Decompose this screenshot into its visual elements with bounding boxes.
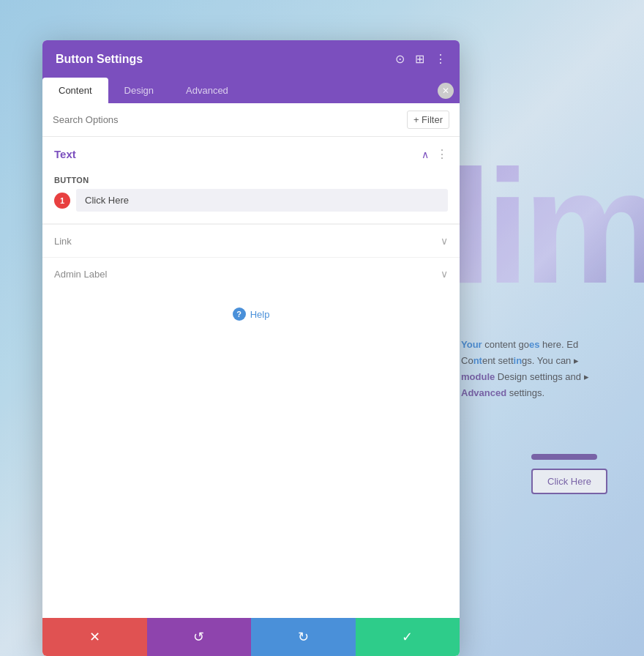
tab-content[interactable]: Content <box>42 78 108 103</box>
help-icon: ? <box>233 308 246 321</box>
text-section: Text ∧ ⋮ Button 1 <box>42 137 460 224</box>
search-input[interactable] <box>53 114 401 125</box>
modal-panel: Button Settings ⊙ ⊞ ⋮ Content Design Adv… <box>42 40 460 656</box>
modal-footer: ✕ ↺ ↻ ✓ <box>42 618 460 656</box>
tab-design[interactable]: Design <box>108 78 170 103</box>
button-field-badge: 1 <box>54 193 70 209</box>
save-button[interactable]: ✓ <box>356 618 460 656</box>
more-icon[interactable]: ⋮ <box>435 52 446 66</box>
button-field-input-row: 1 <box>54 189 448 212</box>
help-area: ? Help <box>42 290 460 338</box>
text-section-more-icon[interactable]: ⋮ <box>436 147 448 161</box>
link-section-chevron-icon: ∨ <box>441 235 448 247</box>
help-link[interactable]: Help <box>250 309 270 320</box>
link-section-label: Link <box>54 236 72 247</box>
text-section-header: Text ∧ ⋮ <box>42 137 460 171</box>
admin-label-section-label: Admin Label <box>54 269 107 280</box>
modal-body: Text ∧ ⋮ Button 1 Link ∨ Admin Label <box>42 137 460 618</box>
close-button[interactable]: ✕ <box>438 83 454 99</box>
admin-label-section[interactable]: Admin Label ∨ <box>42 257 460 290</box>
link-section[interactable]: Link ∨ <box>42 224 460 257</box>
text-section-collapse-icon[interactable]: ∧ <box>422 149 429 160</box>
redo-button[interactable]: ↻ <box>251 618 356 656</box>
reset-button[interactable]: ↺ <box>147 618 252 656</box>
modal-header: Button Settings ⊙ ⊞ ⋮ <box>42 40 460 78</box>
button-text-input[interactable] <box>76 189 448 212</box>
filter-button[interactable]: + Filter <box>407 111 449 129</box>
text-section-title: Text <box>54 148 76 160</box>
modal-header-icons: ⊙ ⊞ ⋮ <box>395 52 446 66</box>
modal-title: Button Settings <box>56 53 143 66</box>
columns-icon[interactable]: ⊞ <box>415 52 424 66</box>
admin-label-chevron-icon: ∨ <box>441 268 448 280</box>
button-field: Button 1 <box>42 171 460 223</box>
cancel-button[interactable]: ✕ <box>42 618 147 656</box>
tab-advanced[interactable]: Advanced <box>170 78 244 103</box>
button-field-label: Button <box>54 176 448 184</box>
modal-close-area: ✕ <box>438 78 454 103</box>
text-section-controls: ∧ ⋮ <box>422 147 448 161</box>
target-icon[interactable]: ⊙ <box>395 52 405 66</box>
search-bar: + Filter <box>42 103 460 137</box>
